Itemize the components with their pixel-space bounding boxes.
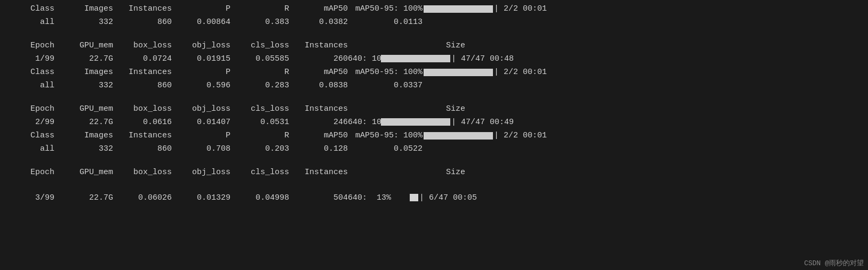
val-p-label-2: P [172,129,230,142]
train-objloss-1: 0.01915 [172,53,230,65]
col-map5095-label: mAP50-95: 100% [348,3,423,15]
val-data-row-1: all 332 860 0.596 0.283 0.0838 0.0337 [0,79,868,92]
val-data-row-0: all 332 860 0.00864 0.383 0.0382 0.0113 [0,15,868,29]
watermark: CSDN @雨秒的对望 [804,258,864,268]
val-images-label-1: Images [54,66,113,78]
train-clsloss-2: 0.0531 [230,116,289,128]
val-progress-bar-2 [424,132,493,140]
col-class-label: Class [6,3,54,15]
train-instances-1: 260 [289,53,348,65]
train-size-2: 640: 100% [348,116,380,128]
train-progress-bar-2 [381,118,450,126]
train-progress-bar-1 [381,55,450,62]
val-map5095-val-1: 0.0337 [348,79,423,92]
col-clsloss-label-2: cls_loss [230,103,289,115]
col-instances-label: Instances [113,3,172,15]
col-clsloss-label-3: cls_loss [230,166,289,178]
val-images-val-1: 332 [54,79,113,92]
val-data-row-2: all 332 860 0.708 0.203 0.128 0.0522 [0,142,868,156]
train-header-2: Epoch GPU_mem box_loss obj_loss cls_loss… [0,102,868,116]
col-instances-label-2: Instances [289,103,348,115]
col-gpumem-label-2: GPU_mem [54,103,113,115]
val-p-val-2: 0.708 [172,143,230,155]
val-p-label-1: P [172,66,230,78]
col-objloss-label-3: obj_loss [172,166,230,178]
progress-bar-0 [424,5,493,13]
col-epoch-label-3: Epoch [6,166,54,178]
spacer-2 [0,156,868,166]
col-epoch-label-2: Epoch [6,103,54,115]
val-r-label-1: R [230,66,289,78]
val-instances-val-1: 860 [113,79,172,92]
val-map5095-val-2: 0.0522 [348,143,423,155]
val-images-val-2: 332 [54,143,113,155]
train-gpumem-3: 22.7G [54,192,113,204]
train-data-2: 2/99 22.7G 0.0616 0.01407 0.0531 246 640… [0,116,868,129]
val-map50-label-1: mAP50 [289,66,348,78]
val-instances-0: 860 [113,16,172,28]
val-r-label-2: R [230,129,289,142]
train-clsloss-1: 0.05585 [230,53,289,65]
val-map50-val-2: 0.128 [289,143,348,155]
val-p-val-1: 0.596 [172,79,230,92]
col-instances-label-1: Instances [289,39,348,52]
train-progress-partial-3 [381,179,418,217]
val-class-val-1: all [6,79,54,92]
col-epoch-label-1: Epoch [6,39,54,52]
train-boxloss-3: 0.06026 [113,192,172,204]
col-boxloss-label-3: box_loss [113,166,172,178]
train-gpumem-2: 22.7G [54,116,113,128]
col-gpumem-label-1: GPU_mem [54,39,113,52]
val-map50-label-2: mAP50 [289,129,348,142]
train-header-3: Epoch GPU_mem box_loss obj_loss cls_loss… [0,166,868,179]
val-class-label-1: Class [6,66,54,78]
train-instances-3: 504 [289,192,348,204]
train-progress-steps-3: | 6/47 00:05 [419,192,477,204]
train-instances-2: 246 [289,116,348,128]
val-r-val-1: 0.283 [230,79,289,92]
col-images-label: Images [54,3,113,15]
train-progress-steps-1: | 47/47 00:48 [451,53,514,65]
col-gpumem-label-3: GPU_mem [54,166,113,178]
train-size-1: 640: 100% [348,53,380,65]
progress-steps-0: | 2/2 00:01 [494,3,547,15]
col-objloss-label-2: obj_loss [172,103,230,115]
val-progress-steps-1: | 2/2 00:01 [494,66,547,78]
train-progress-steps-2: | 47/47 00:49 [451,116,514,128]
val-progress-bar-1 [424,69,493,76]
val-map5095-label-1: mAP50-95: 100% [348,66,423,78]
val-instances-label-2: Instances [113,129,172,142]
val-images-label-2: Images [54,129,113,142]
train-boxloss-2: 0.0616 [113,116,172,128]
train-header-1: Epoch GPU_mem box_loss obj_loss cls_loss… [0,39,868,52]
col-size-label-1: Size [348,39,465,52]
train-epoch-3: 3/99 [6,192,54,204]
train-epoch-2: 2/99 [6,116,54,128]
col-size-label-3: Size [348,166,465,178]
train-epoch-1: 1/99 [6,53,54,65]
spacer-0 [0,29,868,39]
val-images-0: 332 [54,16,113,28]
col-instances-label-3: Instances [289,166,348,178]
val-r-val-2: 0.203 [230,143,289,155]
val-map5095-0: 0.0113 [348,16,423,28]
train-clsloss-3: 0.04998 [230,192,289,204]
train-objloss-2: 0.01407 [172,116,230,128]
val-header-row-1: Class Images Instances P R mAP50 mAP50-9… [0,66,868,79]
train-size-3: 640: 13% [348,192,380,204]
val-map50-val-1: 0.0838 [289,79,348,92]
val-p-0: 0.00864 [172,16,230,28]
val-progress-steps-2: | 2/2 00:01 [494,129,547,142]
val-class-label-2: Class [6,129,54,142]
val-map50-0: 0.0382 [289,16,348,28]
val-map5095-label-2: mAP50-95: 100% [348,129,423,142]
col-boxloss-label-1: box_loss [113,39,172,52]
col-r-label: R [230,3,289,15]
val-header-row-2: Class Images Instances P R mAP50 mAP50-9… [0,129,868,142]
col-map50-label: mAP50 [289,3,348,15]
val-header-row-0: Class Images Instances P R mAP50 mAP50-9… [0,2,868,15]
train-boxloss-1: 0.0724 [113,53,172,65]
terminal: Class Images Instances P R mAP50 mAP50-9… [0,0,868,219]
val-instances-label-1: Instances [113,66,172,78]
spacer-1 [0,93,868,102]
